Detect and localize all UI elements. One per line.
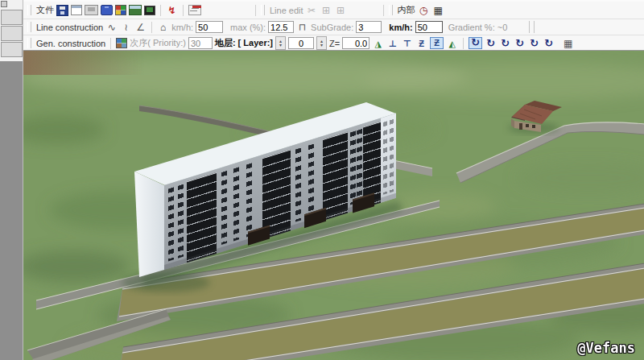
desktop-icon[interactable] xyxy=(1,1,7,7)
copy-grid-icon[interactable]: ⊞ xyxy=(335,5,347,16)
clock-icon[interactable]: ◷ xyxy=(418,5,430,16)
window-column xyxy=(350,130,356,205)
gradient-label: Gradient %: xyxy=(448,23,495,32)
flatten-up-icon[interactable]: ⊤ xyxy=(401,38,413,49)
side-button-1[interactable] xyxy=(1,10,23,25)
z-input[interactable] xyxy=(342,37,369,49)
toolbar-grip[interactable] xyxy=(261,5,265,15)
paste-grid-icon[interactable]: ⊞ xyxy=(320,5,332,16)
window-column xyxy=(246,163,252,237)
line-edit-label: Line edit xyxy=(270,6,303,15)
balcony-strip xyxy=(323,131,348,221)
spin-down-icon[interactable]: ▾ xyxy=(320,43,323,48)
rotate-tool-1-icon[interactable]: ↻ xyxy=(469,37,482,49)
layer-input[interactable] xyxy=(288,37,314,49)
toolbar-grip[interactable] xyxy=(27,22,31,32)
gen-construction-label: Gen. construction xyxy=(36,39,105,48)
separator xyxy=(160,5,161,16)
separator xyxy=(463,38,464,49)
gradient-value: ~0 xyxy=(497,23,508,32)
viewport-display-icon[interactable] xyxy=(144,6,155,15)
priority-label: 次序( Priority:) xyxy=(130,37,186,49)
window-column xyxy=(168,187,174,261)
3d-viewport[interactable]: @Vefans xyxy=(23,50,644,360)
window-column xyxy=(178,184,184,259)
separator xyxy=(383,5,384,16)
line-construction-label: Line construction xyxy=(36,23,103,32)
internal-label: 内部 xyxy=(398,4,415,16)
rotate-tool-2-icon[interactable]: ↻ xyxy=(485,38,497,49)
subgrade-profile-icon[interactable]: ⊓ xyxy=(296,22,308,33)
z-label: Z= xyxy=(329,39,340,48)
palette-grid-icon[interactable] xyxy=(115,5,126,15)
separator xyxy=(151,22,152,33)
window-column xyxy=(308,143,314,217)
slope-tool-icon[interactable]: ∠ xyxy=(134,22,147,33)
speed-input[interactable] xyxy=(196,21,223,33)
toolbar-grip[interactable] xyxy=(27,5,31,15)
rotate-tool-6-icon[interactable]: ↻ xyxy=(543,38,555,49)
flatten-down-icon[interactable]: ⊥ xyxy=(386,38,398,49)
subgrade-input[interactable] xyxy=(356,21,382,33)
route-points-icon[interactable] xyxy=(188,5,201,15)
scenery-image-icon[interactable] xyxy=(85,5,98,15)
cut-icon[interactable]: ✂ xyxy=(306,5,318,16)
ledger-icon[interactable]: ▦ xyxy=(432,5,444,16)
speed-label: km/h: xyxy=(171,23,193,32)
window-column xyxy=(357,129,362,203)
separator xyxy=(255,5,256,16)
speed2-label: km/h: xyxy=(389,23,412,32)
separator xyxy=(183,5,184,16)
window-column xyxy=(383,121,387,195)
building-end-wall xyxy=(134,172,164,277)
toolbar-grip[interactable] xyxy=(27,38,31,48)
window-column xyxy=(390,119,394,193)
window-column xyxy=(233,167,239,241)
house-tool-icon[interactable]: ⌂ xyxy=(157,22,169,33)
window-column xyxy=(221,171,227,245)
max-gradient-input[interactable] xyxy=(268,21,294,33)
toolbar-grip[interactable] xyxy=(389,5,393,15)
raise-terrain-icon[interactable]: ◮ xyxy=(372,38,384,49)
layer-label: 地层: [ Layer:] xyxy=(215,37,273,49)
rotate-tool-4-icon[interactable]: ↻ xyxy=(514,38,526,49)
line-construction-toolbar: Line construction ∿ ≀ ∠ ⌂ km/h: max (%):… xyxy=(23,19,644,35)
spline-tool-icon[interactable]: ∿ xyxy=(105,22,118,33)
distant-dirt-band xyxy=(23,51,144,75)
watermark: @Vefans xyxy=(577,340,635,356)
toolbar-end-separator xyxy=(529,21,535,33)
layer-spinner-2[interactable]: ▴▾ xyxy=(316,36,327,50)
smooth-terrain-icon[interactable]: ◭ xyxy=(446,38,458,49)
side-button-3[interactable] xyxy=(1,42,23,57)
max-gradient-label: max (%): xyxy=(230,23,266,32)
subgrade-label: SubGrade: xyxy=(311,23,353,32)
snapshot-icon[interactable] xyxy=(71,5,82,15)
window-column xyxy=(295,147,301,221)
speed2-input[interactable] xyxy=(415,21,443,33)
desktop-side-strip xyxy=(0,0,23,360)
node-tool-icon[interactable]: ≀ xyxy=(120,22,132,33)
rotate-tool-3-icon[interactable]: ↻ xyxy=(499,38,511,49)
separator xyxy=(110,38,111,49)
priority-input[interactable] xyxy=(188,37,213,49)
texture-grid-icon[interactable] xyxy=(116,38,127,48)
toolbox-icon[interactable] xyxy=(101,5,113,15)
exit-icon[interactable]: ↯ xyxy=(166,5,178,16)
terrain-image-icon[interactable] xyxy=(129,5,142,15)
grid-overlay-icon[interactable]: ▦ xyxy=(562,38,574,49)
gen-construction-toolbar: Gen. construction 次序( Priority:) 地层: [ L… xyxy=(23,35,644,52)
rotate-tool-5-icon[interactable]: ↻ xyxy=(528,38,540,49)
editor-window: 文件 ↯ Line edit ✂ ⊞ ⊞ 内部 ◷ ▦ xyxy=(23,0,644,360)
file-menu[interactable]: 文件 xyxy=(36,4,54,16)
app-screen: 文件 ↯ Line edit ✂ ⊞ ⊞ 内部 ◷ ▦ xyxy=(0,0,644,360)
layer-spinner[interactable]: ▴▾ xyxy=(275,36,286,50)
z-lock-icon[interactable]: Ƶ xyxy=(430,37,444,49)
spin-down-icon[interactable]: ▾ xyxy=(279,43,282,48)
side-button-2[interactable] xyxy=(1,26,23,41)
z-height-icon[interactable]: Ƶ xyxy=(415,38,427,49)
save-icon[interactable] xyxy=(56,5,68,16)
file-toolbar: 文件 ↯ Line edit ✂ ⊞ ⊞ 内部 ◷ ▦ xyxy=(23,0,644,19)
